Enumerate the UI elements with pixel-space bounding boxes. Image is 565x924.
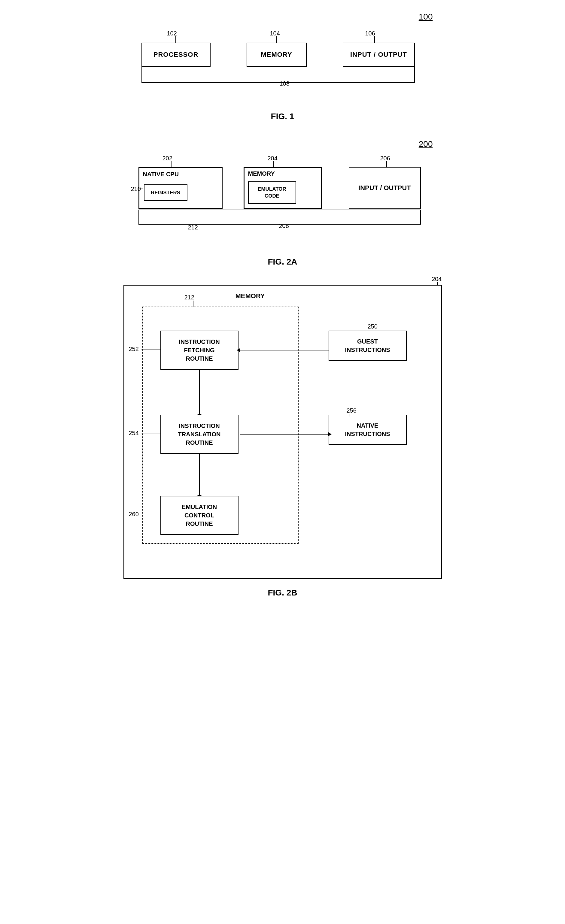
fig2b-caption: FIG. 2B	[267, 588, 297, 598]
fig2b-memory-label: MEMORY	[236, 292, 265, 300]
fig1-ref: 100	[419, 12, 433, 21]
fig1-mem-ref: 104	[270, 30, 280, 37]
fig2b-instruction-trans-ref: 254	[129, 430, 139, 436]
fig2b-instruction-fetch-ref: 252	[129, 346, 139, 352]
fig2b-instruction-trans-box: INSTRUCTIONTRANSLATIONROUTINE	[161, 415, 239, 454]
fig2b-guest-instr-ref: 250	[368, 323, 377, 330]
fig1-io-box: INPUT / OUTPUT	[343, 43, 415, 67]
fig2b-memory-ref: 204	[432, 276, 442, 283]
fig2a-diagram: 202 204 206 NATIVE CPU REGISTERS 210 MEM…	[132, 152, 433, 248]
fig2a-emulatorcode-label: EMULATORCODE	[258, 186, 286, 199]
fig2a-bus-ref2: 212	[188, 224, 198, 231]
fig2a-mem-ref: 204	[267, 155, 278, 162]
fig2b-instruction-fetch-label: INSTRUCTIONFETCHINGROUTINE	[179, 338, 220, 363]
fig2a-memory-label: MEMORY	[248, 170, 275, 177]
fig2a-nativecpu-label: NATIVE CPU	[143, 171, 179, 178]
fig1-bus-ref: 108	[279, 80, 290, 87]
fig2b-guest-instr-box: GUESTINSTRUCTIONS	[329, 331, 407, 361]
fig2b-emulation-ctrl-ref: 260	[129, 511, 139, 518]
fig2a-emulatorcode-box: EMULATORCODE	[248, 182, 296, 204]
fig2a-registers-box: REGISTERS	[144, 184, 188, 201]
fig1-diagram: 102 104 106 PROCESSOR MEMORY INPUT / OUT…	[132, 25, 433, 103]
fig1-io-ref: 106	[365, 30, 375, 37]
fig2a-section: 200 202 204 206 NATIVE CPU REGISTERS 210	[72, 140, 493, 267]
fig2b-native-instr-ref: 256	[347, 407, 356, 414]
fig2a-memory-box: MEMORY EMULATORCODE	[243, 167, 322, 209]
fig2a-ref: 200	[419, 140, 433, 148]
fig2a-io-box: INPUT / OUTPUT	[349, 167, 421, 209]
page-container: 100 102 104 106 PROCESSOR MEMORY INPUT /…	[72, 12, 493, 598]
fig2b-arrow-trans-to-ctrl	[199, 454, 200, 496]
fig2b-bus-ref: 212	[185, 294, 194, 301]
fig1-caption: FIG. 1	[271, 112, 295, 122]
fig2b-native-instr-box: NATIVEINSTRUCTIONS	[329, 415, 407, 445]
fig2a-io-ref: 206	[380, 155, 390, 162]
fig2a-caption: FIG. 2A	[267, 257, 297, 267]
fig2b-instruction-trans-label: INSTRUCTIONTRANSLATIONROUTINE	[178, 422, 221, 447]
fig2b-arrow-trans-to-native	[240, 434, 329, 435]
fig2a-bus-ref: 208	[279, 222, 289, 230]
fig1-section: 100 102 104 106 PROCESSOR MEMORY INPUT /…	[72, 12, 493, 122]
fig1-processor-box: PROCESSOR	[141, 43, 210, 67]
fig2b-section: 204 MEMORY 212 INSTRUCTIONFETCHINGROUTIN…	[72, 285, 493, 598]
fig2b-instruction-fetch-box: INSTRUCTIONFETCHINGROUTINE	[161, 331, 239, 370]
fig2b-diagram: MEMORY 212 INSTRUCTIONFETCHINGROUTINE 25…	[123, 285, 442, 579]
fig2b-emulation-ctrl-box: EMULATIONCONTROLROUTINE	[161, 496, 239, 535]
fig2b-guest-instr-label: GUESTINSTRUCTIONS	[345, 337, 390, 354]
fig2a-registers-label: REGISTERS	[151, 190, 180, 196]
fig2b-emulation-ctrl-label: EMULATIONCONTROLROUTINE	[182, 503, 217, 528]
fig2b-native-instr-label: NATIVEINSTRUCTIONS	[345, 421, 390, 438]
fig1-memory-box: MEMORY	[246, 43, 307, 67]
fig2a-nativecpu-box: NATIVE CPU REGISTERS	[138, 167, 222, 209]
fig2b-arrow-guest-to-fetch	[240, 350, 329, 351]
fig2b-arrow-fetch-to-trans	[199, 370, 200, 415]
fig2a-cpu-ref: 202	[162, 155, 173, 162]
